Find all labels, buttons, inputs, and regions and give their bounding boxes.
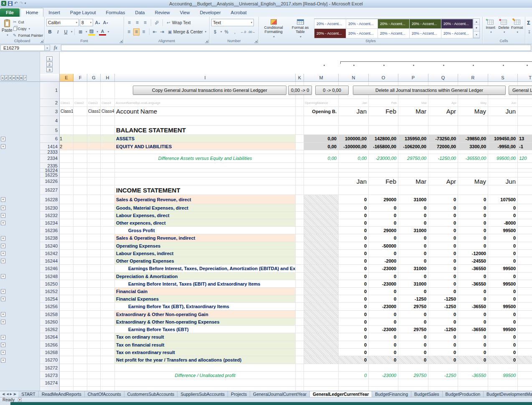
cell-I16240[interactable]: Operating Expenses [115, 242, 296, 250]
cell-Q16228[interactable]: 0 [428, 195, 458, 204]
cell-H16273[interactable] [101, 372, 115, 379]
cell-S16250[interactable]: 99500 [488, 280, 518, 288]
cell-E2335[interactable] [60, 163, 73, 169]
row-header-16228[interactable]: 16228 [40, 195, 60, 204]
cell[interactable] [87, 387, 101, 391]
cell-E16252[interactable] [60, 288, 73, 295]
cell-Q16230[interactable]: 0 [428, 204, 458, 212]
column-header-E[interactable]: E [60, 74, 73, 82]
cell-M16274[interactable] [304, 379, 339, 387]
cell-I16262[interactable]: Earning Before Taxes (EBT) [115, 326, 296, 333]
align-center-button[interactable]: ≡ [133, 28, 140, 35]
cell-M16242[interactable] [304, 250, 339, 257]
cell-H16225[interactable] [101, 172, 115, 177]
cell-R16238[interactable]: 0 [458, 234, 488, 242]
cell-S16273[interactable]: 99500 [488, 372, 518, 379]
cell-I16270[interactable]: Net profit for the year / Transfers and … [115, 356, 296, 364]
cell[interactable] [73, 387, 87, 391]
cell-F16270[interactable] [73, 356, 87, 364]
cell-I16272[interactable] [115, 364, 296, 372]
cell-T16248[interactable] [518, 273, 532, 280]
column-header-G[interactable]: G [87, 74, 101, 82]
cell-Q16268[interactable]: 0 [428, 349, 458, 356]
cell-I2334[interactable]: Difference Assets versus Equity and Liab… [115, 154, 296, 163]
outline-expand-button[interactable]: + [1, 297, 5, 301]
cell-F16246[interactable] [73, 265, 87, 273]
format-as-table-button[interactable]: Format as Table ▾ [287, 18, 313, 39]
cell-E5[interactable] [60, 126, 73, 135]
cell[interactable] [398, 387, 428, 391]
cell-H16266[interactable] [101, 341, 115, 349]
cell-N16273[interactable]: 0 [339, 372, 369, 379]
cell-P4[interactable] [398, 116, 428, 126]
cell-R16226[interactable]: May [458, 177, 488, 185]
cell-O16234[interactable]: 0 [369, 219, 398, 227]
cell-E16240[interactable] [60, 242, 73, 250]
cell-N4[interactable] [339, 116, 369, 126]
cell-E16264[interactable] [60, 333, 73, 341]
worksheet-action-button[interactable]: Delete all Journal transactions within G… [353, 86, 506, 95]
cell-K16248[interactable] [296, 273, 304, 280]
cell-G5[interactable] [87, 126, 101, 135]
column-header-O[interactable]: O [369, 74, 398, 82]
cell-H16254[interactable] [101, 295, 115, 303]
outline-expand-button[interactable]: + [1, 221, 5, 225]
font-family-select[interactable]: Calibri▾ [46, 19, 79, 26]
cell-K16240[interactable] [296, 242, 304, 250]
cell-R6[interactable]: -39850,00 [458, 135, 488, 143]
cell-K16270[interactable] [296, 356, 304, 364]
cell-H16228[interactable] [101, 195, 115, 204]
cell-Q16226[interactable]: Apr [428, 177, 458, 185]
cell-N16228[interactable]: 0 [339, 195, 369, 204]
font-color-button[interactable]: A [99, 28, 106, 35]
cell-E16250[interactable] [60, 280, 73, 288]
cell-T16226[interactable] [518, 177, 532, 185]
cell-E16272[interactable] [60, 364, 73, 372]
format-painter-button[interactable]: ✎Format Painter [13, 32, 43, 38]
cell-K16266[interactable] [296, 341, 304, 349]
cell[interactable] [60, 387, 73, 391]
ribbon-tab-insert[interactable]: Insert [43, 8, 65, 17]
cell-R16258[interactable]: 0 [458, 311, 488, 318]
cell-style-chip[interactable]: 20% - Accent... [346, 28, 378, 38]
cell-K6[interactable] [296, 135, 304, 143]
cell-F16248[interactable] [73, 273, 87, 280]
cell-P16260[interactable]: 0 [398, 318, 428, 326]
cell-style-chip[interactable]: 20% - Accent... [314, 28, 346, 38]
row-outline-level-button[interactable]: 7 [23, 75, 27, 81]
cell-N16260[interactable]: 0 [339, 318, 369, 326]
cell-O16230[interactable]: 0 [369, 204, 398, 212]
cell-M16268[interactable] [304, 349, 339, 356]
cell-I2333[interactable] [115, 150, 296, 154]
autosum-icon[interactable]: Σ [527, 20, 530, 26]
cell-S3[interactable]: Jun [488, 107, 518, 116]
cell[interactable] [296, 387, 304, 391]
cell-K16238[interactable] [296, 234, 304, 242]
row-header-2335[interactable]: 2335 [40, 163, 60, 169]
cell-G1414[interactable] [87, 143, 101, 150]
cell-P16234[interactable]: 0 [398, 219, 428, 227]
cell-T16252[interactable] [518, 288, 532, 295]
cell-Q2335[interactable] [428, 163, 458, 169]
cell-O16268[interactable]: 0 [369, 349, 398, 356]
cell-E16234[interactable] [60, 219, 73, 227]
cell-Q16244[interactable]: 0 [428, 257, 458, 265]
cell-E16256[interactable] [60, 303, 73, 311]
comma-style-button[interactable]: , [231, 28, 238, 35]
cell-N2[interactable]: Jan [339, 99, 369, 107]
sheet-tab-CustomersSubAccounts[interactable]: CustomersSubAccounts [124, 391, 178, 397]
cell-K16254[interactable] [296, 295, 304, 303]
cell-K16258[interactable] [296, 311, 304, 318]
cell-N16258[interactable]: 0 [339, 311, 369, 318]
cell-S4[interactable] [488, 116, 518, 126]
cell-E16238[interactable] [60, 234, 73, 242]
cell-I16258[interactable]: Extraordinary & Other Non-operating Gain [115, 311, 296, 318]
cell-E16258[interactable] [60, 311, 73, 318]
cell-Q16250[interactable]: 0 [428, 280, 458, 288]
cell-M2[interactable]: OpeningBalance [304, 99, 339, 107]
gallery-scroll-up-button[interactable]: ▲ [474, 19, 479, 25]
cell-F16240[interactable] [73, 242, 87, 250]
cell-N16227[interactable] [339, 185, 369, 195]
cell-G16258[interactable] [87, 311, 101, 318]
cell-I16232[interactable]: Labour Expenses, direct [115, 212, 296, 219]
